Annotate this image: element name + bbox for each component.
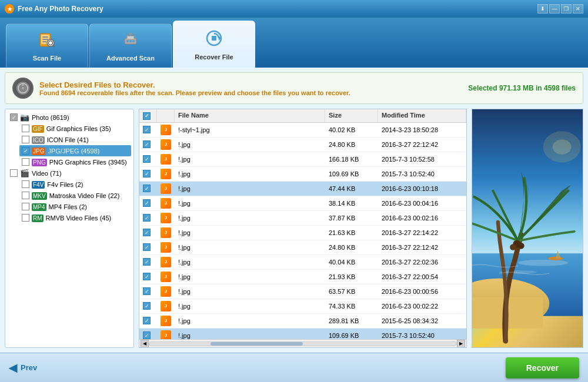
row-checkbox[interactable]: ✓ [143,155,151,163]
table-row[interactable]: ✓J!.jpg109.69 KB2015-7-3 10:52:40 [139,167,466,182]
row-checkbox[interactable]: ✓ [143,126,151,133]
table-row[interactable]: ✓J!.jpg109.69 KB2015-7-3 10:52:40 [139,329,466,340]
download-button[interactable]: ⬇ [537,4,548,14]
scroll-left[interactable]: ◀ [141,340,149,348]
checkbox-mkv[interactable] [22,192,29,199]
file-time: 2016-3-27 22:12:42 [378,242,466,253]
file-type-icon: J [161,154,171,165]
checkbox-mp4[interactable] [22,203,29,210]
file-time: 2016-3-27 22:02:36 [378,257,466,267]
file-type-icon: J [161,198,171,209]
row-checkbox[interactable]: ✓ [143,214,151,222]
row-checkbox[interactable]: ✓ [143,140,151,148]
file-size: 74.33 KB [325,301,378,311]
checkbox-jpg[interactable]: ✓ [22,147,29,155]
table-row[interactable]: ✓J!.jpg47.44 KB2016-6-23 00:10:18 [139,182,466,196]
header-checkbox[interactable]: ✓ [143,112,151,120]
row-checkbox[interactable]: ✓ [143,273,151,280]
tree-item-gif[interactable]: GIFGif Graphics Files (35) [19,123,131,134]
scroll-right[interactable]: ▶ [457,340,465,348]
table-row[interactable]: ✓J!.jpg21.63 KB2016-3-27 22:14:22 [139,226,466,240]
row-checkbox[interactable]: ✓ [143,229,151,236]
file-size: 63.57 KB [325,286,378,297]
file-type-icon: J [161,316,171,326]
file-time: 2014-3-23 18:50:28 [378,125,466,135]
svg-line-7 [53,45,55,47]
tree-item-rmvb[interactable]: RMRMVB Video Files (45) [19,212,131,223]
svg-rect-4 [42,41,46,42]
table-row[interactable]: ✓J!.jpg37.87 KB2016-6-23 00:02:16 [139,211,466,226]
file-size: 109.69 KB [325,169,378,179]
row-checkbox[interactable]: ✓ [143,331,151,339]
table-row[interactable]: ✓J!.jpg63.57 KB2016-6-23 00:00:56 [139,284,466,299]
checkbox-f4v[interactable] [22,180,29,188]
row-checkbox[interactable]: ✓ [143,199,151,207]
row-checkbox[interactable]: ✓ [143,170,151,177]
file-time: 2016-3-27 22:14:22 [378,227,466,238]
file-size: 47.44 KB [325,183,378,194]
row-checkbox[interactable]: ✓ [143,287,151,295]
restore-button[interactable]: ❐ [561,4,572,14]
info-main-text: Select Desired Files to Recover. [39,81,350,89]
recover-button[interactable]: Recover [506,357,579,378]
file-type-icon: J [161,330,171,340]
table-row[interactable]: ✓J!.jpg289.81 KB2015-6-25 08:34:32 [139,314,466,329]
tree-item-icon[interactable]: ICOICON File (41) [19,134,131,145]
tab-recover-file[interactable]: Recover File [173,21,255,68]
table-row[interactable]: ✓J!-styl~1.jpg40.02 KB2014-3-23 18:50:28 [139,123,466,138]
row-checkbox[interactable]: ✓ [143,185,151,192]
minimize-button[interactable]: — [549,4,560,14]
tree-item-f4v[interactable]: F4VF4v Files (2) [19,179,131,190]
table-row[interactable]: ✓J!.jpg74.33 KB2016-6-23 00:02:22 [139,299,466,314]
tree-item-jpg[interactable]: ✓JPGJPG/JPEG (4598) [19,145,131,156]
header-check: ✓ [139,109,157,122]
close-button[interactable]: ✕ [573,4,583,14]
preview-area [472,109,583,348]
file-type-icon: J [161,183,171,194]
file-table-body[interactable]: ✓J!-styl~1.jpg40.02 KB2014-3-23 18:50:28… [139,123,466,340]
tree-label-gif: Gif Graphics Files (35) [46,125,111,132]
table-row[interactable]: ✓J!.jpg24.80 KB2016-3-27 22:12:42 [139,240,466,255]
prev-button[interactable]: ◀ Prev [9,361,37,374]
file-name: !.jpg [175,183,325,194]
tree-item-png[interactable]: PNGPNG Graphics Files (3945) [19,156,131,167]
row-checkbox[interactable]: ✓ [143,317,151,324]
checkbox-gif[interactable] [22,125,29,132]
checkbox-icon[interactable] [22,136,29,143]
scrollbar-thumb[interactable] [211,342,303,346]
row-checkbox[interactable]: ✓ [143,258,151,266]
checkbox-video[interactable] [10,169,18,177]
tree-item-photo[interactable]: ✓📷Photo (8619) [8,112,131,123]
file-time: 2016-6-23 00:02:22 [378,301,466,311]
svg-rect-3 [42,39,48,40]
tab-advanced-scan[interactable]: Advanced Scan [89,24,172,68]
file-type-icon: J [161,286,171,297]
table-row[interactable]: ✓J!.jpg40.04 KB2016-3-27 22:02:36 [139,255,466,270]
tree-item-video[interactable]: 🎬Video (71) [8,167,131,179]
content-area: ✓📷Photo (8619)GIFGif Graphics Files (35)… [0,109,588,353]
prev-label: Prev [21,363,37,372]
scrollbar-track[interactable] [149,341,457,346]
table-row[interactable]: ✓J!.jpg24.80 KB2016-3-27 22:12:42 [139,138,466,152]
checkbox-photo[interactable]: ✓ [10,113,18,121]
file-type-icon: J [161,272,171,282]
checkbox-png[interactable] [22,158,29,166]
tree-item-mkv[interactable]: MKVMatroska Video File (22) [19,190,131,201]
table-row[interactable]: ✓J!.jpg38.14 KB2016-6-23 00:04:16 [139,196,466,211]
tree-item-mp4[interactable]: MP4MP4 Files (2) [19,201,131,212]
row-checkbox[interactable]: ✓ [143,302,151,310]
tab-scan-file[interactable]: Scan File [6,24,88,68]
tree-icon-mp4: MP4 [32,202,46,211]
tree-label-rmvb: RMVB Video Files (45) [46,215,112,222]
advanced-scan-icon [121,30,140,52]
table-row[interactable]: ✓J!.jpg166.18 KB2015-7-3 10:52:58 [139,152,466,167]
checkbox-rmvb[interactable] [22,214,29,222]
file-tree[interactable]: ✓📷Photo (8619)GIFGif Graphics Files (35)… [5,109,134,348]
main-content: Select Desired Files to Recover. Found 8… [0,68,588,353]
file-name: !.jpg [175,272,325,282]
horizontal-scrollbar[interactable]: ◀ ▶ [139,339,466,347]
header-time: Modified Time [378,109,466,122]
file-name: !.jpg [175,257,325,267]
table-row[interactable]: ✓J!.jpg21.93 KB2016-3-27 22:00:54 [139,270,466,284]
row-checkbox[interactable]: ✓ [143,243,151,251]
